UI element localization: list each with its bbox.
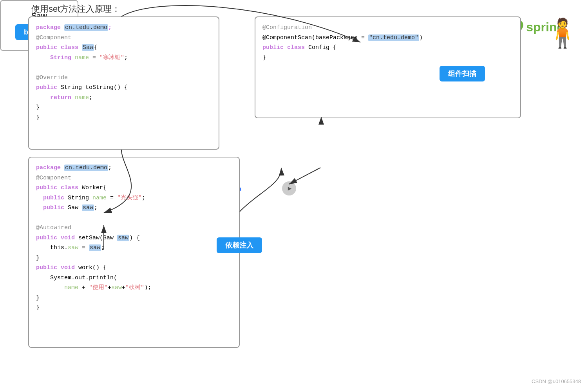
saw-line8: return name; bbox=[36, 93, 212, 103]
man-silhouette: 🧍 bbox=[545, 16, 580, 51]
component-scan-label: 组件扫描 bbox=[440, 66, 485, 81]
worker-line4: public String name = "光头强"; bbox=[36, 193, 232, 203]
saw-line2: @Component bbox=[36, 33, 212, 43]
worker-code-box: package cn.tedu.demo; @Component public … bbox=[28, 157, 240, 348]
worker-line1: package cn.tedu.demo; bbox=[36, 163, 232, 173]
play-button[interactable] bbox=[282, 181, 296, 195]
worker-line13: name + "使用"+saw+"砍树"); bbox=[36, 283, 232, 293]
dependency-inject-label: 依赖注入 bbox=[217, 237, 262, 253]
config-line4: } bbox=[262, 53, 513, 63]
page-title: 使用set方法注入原理： bbox=[31, 3, 120, 15]
worker-line7: @Autowired bbox=[36, 223, 232, 233]
worker-line10: } bbox=[36, 253, 232, 263]
saw-line6: @Override bbox=[36, 73, 212, 83]
worker-line14: } bbox=[36, 293, 232, 303]
worker-line11: public void work() { bbox=[36, 263, 232, 273]
saw-line3: public class Saw{ bbox=[36, 43, 212, 53]
watermark: CSDN @u010655348 bbox=[532, 378, 581, 384]
config-line1: @Configuration bbox=[262, 23, 513, 33]
saw-line9: } bbox=[36, 103, 212, 113]
worker-line2: @Component bbox=[36, 173, 232, 183]
saw-line1: package cn.tedu.demo; bbox=[36, 23, 212, 33]
worker-line9: this.saw = saw; bbox=[36, 243, 232, 253]
worker-line3: public class Worker{ bbox=[36, 183, 232, 193]
saw-line10: } bbox=[36, 113, 212, 123]
saw-line7: public String toString() { bbox=[36, 83, 212, 93]
worker-line12: System.out.println( bbox=[36, 273, 232, 283]
config-line2: @ComponentScan(basePackages = "cn.tedu.d… bbox=[262, 33, 513, 43]
saw-line4: String name = "寒冰锯"; bbox=[36, 53, 212, 63]
worker-line8: public void setSaw(Saw saw) { bbox=[36, 233, 232, 243]
worker-line15: } bbox=[36, 303, 232, 313]
saw-code-box: package cn.tedu.demo; @Component public … bbox=[28, 16, 219, 150]
worker-line5: public Saw saw; bbox=[36, 203, 232, 213]
config-line3: public class Config { bbox=[262, 43, 513, 53]
